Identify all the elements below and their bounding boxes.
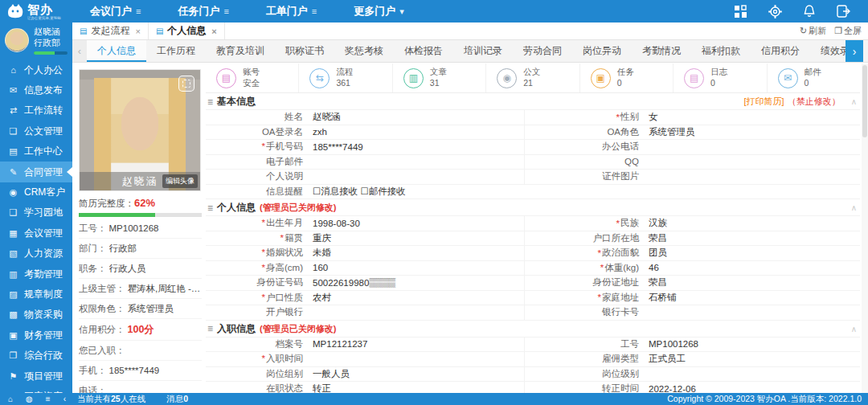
hamburger-icon: ≡: [223, 6, 228, 16]
collapse-chevron-icon[interactable]: ∧: [851, 325, 858, 333]
field-value: 转正: [309, 382, 524, 393]
stat-task[interactable]: ▣任务0: [580, 63, 674, 92]
user-avatar[interactable]: [5, 28, 29, 52]
stat-process[interactable]: ⇆流程361: [299, 63, 392, 92]
refresh-button[interactable]: ↻刷新: [800, 25, 826, 37]
close-icon[interactable]: ×: [211, 27, 216, 36]
subtab-劳动合同[interactable]: 劳动合同: [513, 40, 572, 62]
stat-label: 公文: [523, 67, 540, 78]
stat-account-safety[interactable]: ▤账号安全: [206, 63, 299, 92]
section-action[interactable]: [打印简历]: [744, 96, 784, 108]
sidebar-item-物资采购[interactable]: ▩物资采购: [0, 305, 72, 325]
sidebar-item-个人办公[interactable]: ⌂个人办公: [0, 60, 72, 80]
subtab-个人信息[interactable]: 个人信息: [87, 40, 146, 62]
personal-office-icon: ⌂: [8, 65, 18, 75]
sidebar-item-CRM客户[interactable]: ◉CRM客户: [0, 182, 72, 202]
sidebar-item-考勤管理[interactable]: ▥考勤管理: [0, 264, 72, 284]
apps-grid-icon[interactable]: [734, 5, 747, 18]
vertical-scrollbar[interactable]: [862, 63, 868, 393]
field-label: *籍贯: [206, 232, 309, 244]
close-icon[interactable]: ×: [135, 27, 140, 36]
portal-menu-label: 工单门户: [266, 4, 308, 18]
tab-个人信息[interactable]: ▤个人信息×: [149, 22, 225, 39]
tab-发起流程[interactable]: ▤发起流程×: [72, 22, 149, 39]
sidebar-item-信息发布[interactable]: ✉信息发布: [0, 80, 72, 100]
mail-icon: ✉: [778, 68, 798, 88]
section-action[interactable]: （禁止修改）: [788, 96, 841, 108]
sidebar-item-综合行政[interactable]: ❐综合行政: [0, 346, 72, 366]
field-label: *手机号码: [206, 141, 309, 153]
subtab-奖惩考核[interactable]: 奖惩考核: [334, 40, 394, 62]
sidebar-item-工作中心[interactable]: ▤工作中心: [0, 141, 72, 162]
scrollbar-thumb[interactable]: [862, 65, 867, 137]
subtab-培训记录[interactable]: 培训记录: [453, 40, 513, 62]
portal-menu-item[interactable]: 任务门户≡: [178, 4, 228, 18]
content-area: 赵晓涵 编辑头像 简历完整度：62% 工号：MP1001268部门：行政部职务：…: [72, 63, 868, 393]
logout-icon[interactable]: [837, 5, 850, 18]
profile-row-label: 部门：: [79, 243, 107, 255]
sidebar-item-会议管理[interactable]: ▦会议管理: [0, 223, 72, 243]
sidebar-item-规章制度[interactable]: ▨规章制度: [0, 284, 72, 305]
subtab-岗位异动[interactable]: 岗位异动: [572, 40, 632, 62]
stat-label: 邮件: [805, 67, 821, 78]
sidebar-item-人力资源[interactable]: ▧人力资源: [0, 243, 72, 264]
file-icon: ▤: [156, 27, 163, 35]
sidebar-item-合同管理[interactable]: ✎合同管理: [0, 162, 72, 182]
table-row: 个人说明证件图片: [206, 170, 860, 185]
crm-customer-icon: ◉: [8, 187, 18, 198]
field-label: 信息提醒: [206, 186, 309, 198]
subtab-next-button[interactable]: ›: [845, 40, 863, 62]
subtab-体检报告[interactable]: 体检报告: [394, 40, 453, 62]
avatar-frame-icon[interactable]: [178, 76, 194, 92]
collapse-left-icon[interactable]: ‹: [63, 395, 66, 403]
collapse-chevron-icon[interactable]: ∧: [851, 203, 858, 212]
field-label: 岗位组别: [206, 368, 309, 380]
home-icon[interactable]: ⌂: [8, 395, 13, 403]
sidebar-item-公文管理[interactable]: ❏公文管理: [0, 121, 72, 141]
fullscreen-button[interactable]: ❐全屏: [834, 25, 862, 37]
profile-row-value: 行政部: [109, 243, 137, 255]
subtab-信用积分[interactable]: 信用积分: [751, 40, 810, 62]
sidebar-item-学习园地[interactable]: ❑学习园地: [0, 202, 72, 223]
field-value: MP12121237: [309, 339, 524, 349]
sidebar-item-财务管理[interactable]: ▣财务管理: [0, 325, 72, 346]
collapse-chevron-icon[interactable]: ∧: [851, 97, 858, 106]
stat-value: 21: [523, 78, 540, 89]
portal-menu-item[interactable]: 会议门户≡: [90, 4, 141, 18]
edit-avatar-button[interactable]: 编辑头像: [162, 174, 198, 188]
stat-article[interactable]: ▥文章31: [393, 63, 486, 92]
profile-row-value: 100分: [128, 323, 154, 337]
subtab-职称证书[interactable]: 职称证书: [275, 40, 334, 62]
globe-icon[interactable]: ◍: [26, 395, 33, 403]
subtab-福利扣款[interactable]: 福利扣款: [691, 40, 751, 62]
table-row: 身份证号码50022619980▒▒▒▒身份证地址荣昌: [206, 276, 860, 291]
message-status[interactable]: 消息0: [166, 394, 188, 405]
stat-journal[interactable]: ▤日志0: [674, 63, 767, 92]
section-hamburger-icon: ≡: [207, 202, 213, 214]
portal-menu-item[interactable]: 更多门户▾: [354, 4, 404, 18]
field-label: 工号: [524, 338, 645, 352]
notifications-bell-icon[interactable]: [803, 5, 816, 18]
stat-official-doc[interactable]: ◉公文21: [486, 63, 579, 92]
stat-text: 邮件0: [805, 67, 821, 88]
menu-list-icon[interactable]: ≡: [46, 395, 51, 403]
profile-row-label: 权限角色：: [79, 303, 125, 315]
sidebar-user-card[interactable]: 赵晓涵 行政部: [0, 22, 72, 60]
sidebar-item-固定资产[interactable]: ◧固定资产: [0, 387, 72, 393]
settings-gear-icon[interactable]: [768, 5, 782, 18]
sidebar-item-项目管理[interactable]: ⚑项目管理: [0, 366, 72, 386]
subtab-工作历程[interactable]: 工作历程: [146, 40, 206, 62]
app-logo[interactable]: 智办 让办公更简单,更智能: [0, 3, 77, 20]
sidebar-item-工作流转[interactable]: ⇄工作流转: [0, 100, 72, 121]
portal-menu-item[interactable]: 工单门户≡: [266, 4, 317, 18]
subtab-prev-button[interactable]: ‹: [72, 40, 87, 62]
footer-icons: ⌂ ◍ ≡ ‹: [0, 395, 77, 403]
sidebar-item-label: 项目管理: [24, 370, 63, 383]
field-value: 荣昌: [645, 276, 860, 288]
topbar-actions: [734, 5, 868, 18]
field-label: *性别: [524, 110, 645, 125]
subtab-考勤情况[interactable]: 考勤情况: [632, 40, 691, 62]
subtab-教育及培训[interactable]: 教育及培训: [206, 40, 275, 62]
profile-row: 工号：MP1001268: [79, 219, 202, 239]
stat-mail[interactable]: ✉邮件0: [768, 63, 860, 92]
